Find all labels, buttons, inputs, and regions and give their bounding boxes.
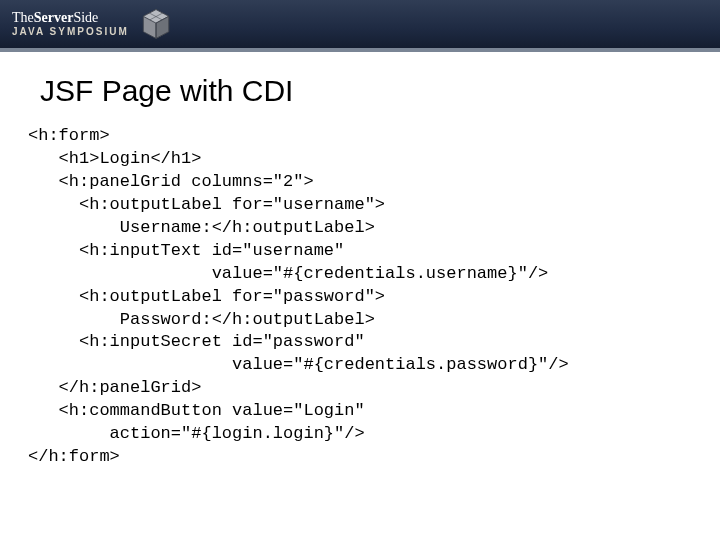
code-line: </h:panelGrid> xyxy=(28,378,201,397)
brand-line-1: TheServerSide xyxy=(12,11,129,25)
code-line: <h:inputText id="username" xyxy=(28,241,344,260)
code-line: <h:panelGrid columns="2"> xyxy=(28,172,314,191)
code-line: <h:form> xyxy=(28,126,110,145)
code-line: </h:form> xyxy=(28,447,120,466)
code-line: <h:outputLabel for="password"> xyxy=(28,287,385,306)
code-line: Password:</h:outputLabel> xyxy=(28,310,375,329)
code-line: value="#{credentials.password}"/> xyxy=(28,355,569,374)
brand-logo-text: TheServerSide JAVA SYMPOSIUM xyxy=(12,11,129,37)
brand-word-side: Side xyxy=(73,10,98,25)
header-bar: TheServerSide JAVA SYMPOSIUM xyxy=(0,0,720,52)
brand-word-the: The xyxy=(12,10,34,25)
code-line: <h:inputSecret id="password" xyxy=(28,332,365,351)
code-line: <h1>Login</h1> xyxy=(28,149,201,168)
code-line: action="#{login.login}"/> xyxy=(28,424,365,443)
brand-word-server: Server xyxy=(34,10,74,25)
code-line: value="#{credentials.username}"/> xyxy=(28,264,548,283)
code-line: <h:commandButton value="Login" xyxy=(28,401,365,420)
code-line: Username:</h:outputLabel> xyxy=(28,218,375,237)
cube-icon xyxy=(139,7,173,41)
code-line: <h:outputLabel for="username"> xyxy=(28,195,385,214)
code-block: <h:form> <h1>Login</h1> <h:panelGrid col… xyxy=(28,125,720,469)
slide-title: JSF Page with CDI xyxy=(40,74,720,108)
brand-line-2: JAVA SYMPOSIUM xyxy=(12,27,129,37)
